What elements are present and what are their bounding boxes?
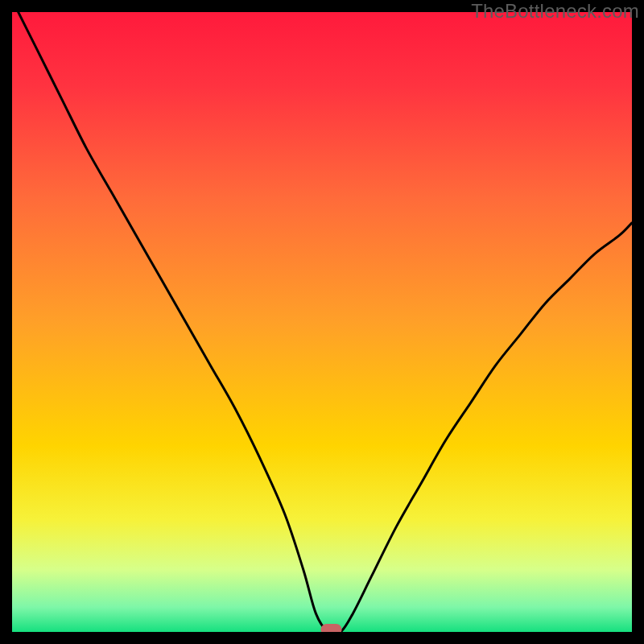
gradient-background	[12, 12, 632, 632]
chart-frame: TheBottleneck.com	[0, 0, 644, 644]
operating-point-marker	[321, 624, 342, 632]
plot-area	[12, 12, 632, 632]
bottleneck-chart-svg	[12, 12, 632, 632]
watermark-text: TheBottleneck.com	[471, 0, 639, 23]
